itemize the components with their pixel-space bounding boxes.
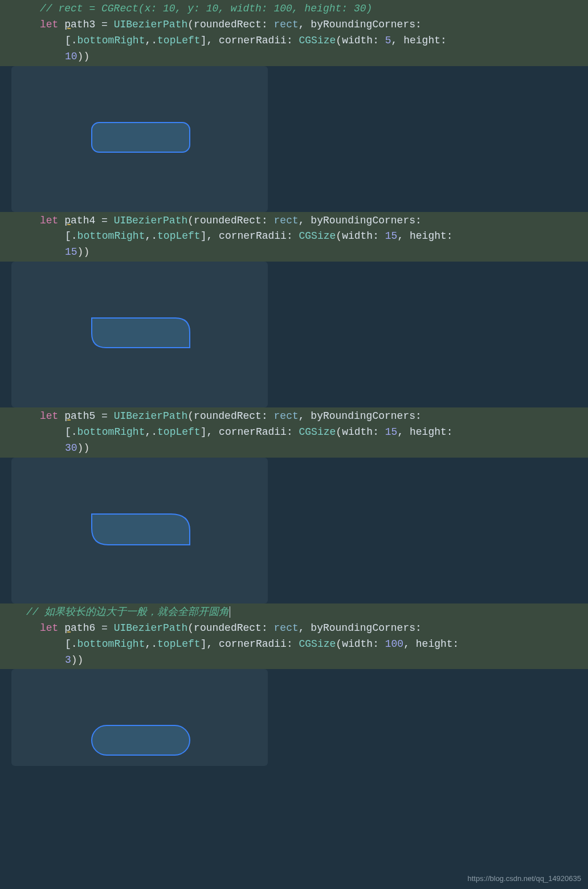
var-rest: ath4 bbox=[71, 215, 95, 226]
param-roundedrect: roundedRect: bbox=[194, 215, 273, 226]
var-prefix: p bbox=[64, 215, 71, 226]
paren-close: )) bbox=[77, 442, 90, 454]
var-rest: ath5 bbox=[71, 410, 95, 422]
enum-bottomright: bottomRight bbox=[77, 638, 145, 650]
assign: = bbox=[95, 410, 113, 422]
var-prefix: p bbox=[64, 622, 71, 634]
paren-close: )) bbox=[77, 246, 90, 258]
comma: , bbox=[299, 19, 311, 30]
param-byrounding: byRoundingCorners: bbox=[311, 215, 427, 226]
paren: ( bbox=[187, 215, 194, 226]
var-rest: ath3 bbox=[71, 19, 95, 30]
bezier-shape-1 bbox=[91, 122, 194, 160]
number-height: 30 bbox=[65, 442, 77, 454]
bracket-open: [. bbox=[65, 426, 77, 438]
type-bezier: UIBezierPath bbox=[114, 215, 188, 226]
assign: = bbox=[95, 19, 113, 30]
paren: ( bbox=[336, 35, 342, 46]
param-height: height: bbox=[410, 230, 459, 242]
identifier-rect: rect bbox=[274, 19, 299, 30]
paren: ( bbox=[336, 638, 342, 650]
bezier-shape-2 bbox=[91, 317, 194, 355]
comma: , bbox=[299, 622, 311, 634]
enum-bottomright: bottomRight bbox=[77, 230, 145, 242]
number-width: 100 bbox=[385, 638, 403, 650]
comma: , bbox=[391, 35, 404, 46]
paren: ( bbox=[187, 410, 194, 422]
bracket-close: ], bbox=[201, 638, 219, 650]
bracket-open: [. bbox=[65, 230, 77, 242]
param-byrounding: byRoundingCorners: bbox=[311, 19, 427, 30]
type-cgsize: CGSize bbox=[299, 35, 336, 46]
comma: , bbox=[397, 426, 410, 438]
bracket-close: ], bbox=[201, 426, 219, 438]
paren: ( bbox=[187, 19, 194, 30]
bracket-close: ], bbox=[201, 230, 219, 242]
number-width: 15 bbox=[385, 426, 398, 438]
enum-topleft: topLeft bbox=[157, 35, 201, 46]
preview-panel-2 bbox=[11, 262, 268, 407]
paren: ( bbox=[336, 230, 342, 242]
preview-panel-1 bbox=[11, 66, 268, 212]
var-prefix: p bbox=[64, 410, 71, 422]
enum-topleft: topLeft bbox=[157, 638, 201, 650]
code-block-4[interactable]: // 如果较长的边大于一般，就会全部开圆角 let path6 = UIBezi… bbox=[0, 603, 588, 670]
type-cgsize: CGSize bbox=[299, 230, 336, 242]
param-byrounding: byRoundingCorners: bbox=[311, 622, 427, 634]
comma: ,. bbox=[145, 638, 157, 650]
preview-panel-4 bbox=[11, 669, 268, 766]
comma: ,. bbox=[145, 35, 157, 46]
comma: , bbox=[397, 230, 410, 242]
identifier-rect: rect bbox=[274, 622, 299, 634]
bracket-open: [. bbox=[65, 638, 77, 650]
assign: = bbox=[95, 215, 113, 226]
comma: , bbox=[299, 410, 311, 422]
comma: ,. bbox=[145, 230, 157, 242]
param-roundedrect: roundedRect: bbox=[194, 19, 273, 30]
keyword-let: let bbox=[40, 410, 64, 422]
param-height: height: bbox=[416, 638, 465, 650]
keyword-let: let bbox=[40, 19, 64, 30]
param-width: width: bbox=[342, 426, 385, 438]
svg-rect-1 bbox=[92, 725, 190, 755]
comma: , bbox=[403, 638, 416, 650]
bracket-close: ], bbox=[201, 35, 219, 46]
param-cornerradii: cornerRadii: bbox=[219, 230, 299, 242]
bezier-shape-4 bbox=[91, 725, 194, 762]
enum-topleft: topLeft bbox=[157, 426, 201, 438]
enum-topleft: topLeft bbox=[157, 230, 201, 242]
code-block-1[interactable]: // rect = CGRect(x: 10, y: 10, width: 10… bbox=[0, 0, 588, 66]
paren-close: )) bbox=[71, 654, 84, 666]
param-height: height: bbox=[410, 426, 459, 438]
type-bezier: UIBezierPath bbox=[114, 410, 188, 422]
param-cornerradii: cornerRadii: bbox=[219, 638, 299, 650]
code-block-3[interactable]: let path5 = UIBezierPath(roundedRect: re… bbox=[0, 407, 588, 458]
number-height: 3 bbox=[65, 654, 71, 666]
svg-rect-0 bbox=[92, 123, 190, 152]
comma: , bbox=[299, 215, 311, 226]
type-bezier: UIBezierPath bbox=[114, 622, 188, 634]
keyword-let: let bbox=[40, 215, 64, 226]
type-cgsize: CGSize bbox=[299, 638, 336, 650]
param-byrounding: byRoundingCorners: bbox=[311, 410, 427, 422]
bracket-open: [. bbox=[65, 35, 77, 46]
var-rest: ath6 bbox=[71, 622, 95, 634]
paren: ( bbox=[336, 426, 342, 438]
identifier-rect: rect bbox=[274, 215, 299, 226]
param-roundedrect: roundedRect: bbox=[194, 410, 273, 422]
param-height: height: bbox=[403, 35, 452, 46]
preview-panel-3 bbox=[11, 458, 268, 603]
param-width: width: bbox=[342, 638, 385, 650]
number-height: 10 bbox=[65, 51, 77, 62]
comma: ,. bbox=[145, 426, 157, 438]
var-prefix: p bbox=[64, 19, 71, 30]
assign: = bbox=[95, 622, 113, 634]
comment-rect: // rect = CGRect(x: 10, y: 10, width: 10… bbox=[40, 3, 372, 14]
text-cursor-icon bbox=[229, 606, 230, 618]
identifier-rect: rect bbox=[274, 410, 299, 422]
comment-chinese: // 如果较长的边大于一般，就会全部开圆角 bbox=[26, 606, 229, 618]
paren-close: )) bbox=[77, 51, 90, 62]
bezier-shape-3 bbox=[91, 513, 194, 552]
code-block-2[interactable]: let path4 = UIBezierPath(roundedRect: re… bbox=[0, 212, 588, 262]
number-width: 5 bbox=[385, 35, 391, 46]
